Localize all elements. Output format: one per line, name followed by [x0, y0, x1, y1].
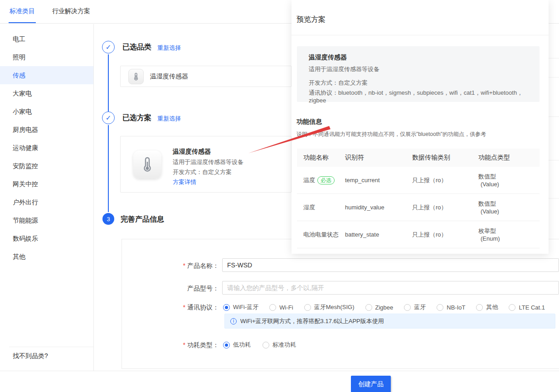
radio-icon [365, 304, 372, 311]
required-asterisk: * [183, 262, 185, 269]
solution-card-dev-mode: 开发方式：自定义方案 [173, 168, 232, 176]
function-dp-type: 枚举型(Enum) [478, 227, 535, 242]
radio-low-power[interactable]: 低功耗 [223, 341, 251, 349]
radio-label: 标准功耗 [272, 341, 296, 349]
thermometer-icon [133, 150, 161, 179]
power-type-label-text: 功耗类型： [187, 341, 219, 348]
product-creation-page: 标准类目 行业解决方案 电工 照明 传感 大家电 小家电 厨房电器 运动健康 安… [0, 0, 559, 392]
background-fragment-line [549, 160, 559, 160]
radio-label: WiFi-蓝牙 [233, 303, 258, 311]
background-fragment-line [549, 198, 559, 198]
required-asterisk: * [183, 341, 185, 348]
header-transfer-type: 数据传输类别 [412, 154, 478, 162]
drawer-divider [292, 35, 549, 35]
function-dp-type: 数值型(Value) [478, 200, 535, 215]
function-name: 温度 [303, 176, 315, 184]
radio-wifi[interactable]: Wi-Fi [269, 304, 293, 311]
radio-label: Zigbee [375, 304, 394, 311]
dp-type-line1: 枚举型 [478, 227, 496, 234]
product-name-input[interactable] [222, 258, 559, 272]
function-identifier: humidity_value [345, 204, 412, 211]
preview-solution-drawer: 预览方案 温湿度传感器 适用于温湿度传感器等设备 开发方式：自定义方案 通讯协议… [292, 0, 549, 254]
radio-wifi-bt[interactable]: WiFi-蓝牙 [223, 303, 258, 311]
product-model-input[interactable] [222, 281, 559, 295]
function-transfer: 只上报（ro） [412, 231, 478, 239]
function-info-title: 功能信息 [297, 118, 322, 126]
radio-other[interactable]: 其他 [476, 303, 498, 311]
protocol-label-text: 通讯协议： [187, 304, 219, 311]
radio-standard-power[interactable]: 标准功耗 [262, 341, 296, 349]
radio-lte-cat1[interactable]: LTE Cat.1 [509, 304, 545, 311]
selected-category-card[interactable]: 温湿度传感器 [120, 66, 292, 87]
function-name: 湿度 [303, 203, 315, 212]
radio-icon [404, 304, 411, 311]
step2-title: 已选方案 [122, 113, 151, 123]
radio-icon [223, 342, 230, 348]
summary-protocols: 通讯协议：bluetooth，nb-iot，sigmesh，subpieces，… [309, 89, 540, 104]
radio-label: 蓝牙 [414, 303, 426, 311]
radio-nbiot[interactable]: NB-IoT [437, 304, 465, 311]
thermometer-icon [128, 69, 144, 84]
function-dp-type: 数值型(Value) [478, 173, 535, 188]
header-function-name: 功能名称 [297, 154, 345, 162]
header-identifier: 识别符 [345, 154, 412, 162]
drawer-title: 预览方案 [297, 15, 326, 24]
step2-circle: ✓ [102, 111, 115, 124]
create-product-button[interactable]: 创建产品 [351, 376, 391, 392]
radio-bt-mesh[interactable]: 蓝牙Mesh(SIG) [304, 303, 355, 311]
background-fragment-line [549, 77, 559, 77]
check-icon: ✓ [106, 114, 112, 122]
radio-label: 蓝牙Mesh(SIG) [314, 303, 355, 311]
solution-card-name: 温湿度传感器 [173, 148, 211, 156]
radio-icon [223, 304, 230, 311]
dp-type-line2: (Enum) [478, 235, 500, 242]
table-row: 电池电量状态 battery_state 只上报（ro） 枚举型(Enum) [297, 221, 540, 248]
radio-zigbee[interactable]: Zigbee [365, 304, 394, 311]
function-table-header: 功能名称 识别符 数据传输类别 功能点类型 [297, 149, 540, 167]
background-fragment-line [549, 116, 559, 117]
radio-icon [476, 304, 483, 311]
product-model-label: 产品型号： [135, 285, 219, 293]
table-row: 湿度 humidity_value 只上报（ro） 数值型(Value) [297, 194, 540, 221]
radio-bluetooth[interactable]: 蓝牙 [404, 303, 426, 311]
radio-label: 低功耗 [233, 341, 251, 349]
step1-title: 已选品类 [122, 43, 151, 52]
function-table: 功能名称 识别符 数据传输类别 功能点类型 温度必选 temp_current … [297, 149, 540, 248]
function-identifier: battery_state [345, 231, 412, 238]
dp-type-line1: 数值型 [478, 173, 496, 180]
category-card-name: 温湿度传感器 [150, 73, 188, 81]
solution-detail-link[interactable]: 方案详情 [173, 178, 196, 186]
step1-circle: ✓ [102, 41, 115, 53]
info-icon: i [230, 318, 237, 324]
product-model-label-text: 产品型号： [187, 285, 219, 292]
radio-label: NB-IoT [447, 304, 465, 311]
background-fragment-line [549, 58, 559, 58]
radio-label: LTE Cat.1 [519, 304, 545, 311]
required-asterisk: * [183, 304, 185, 311]
product-name-label: *产品名称： [135, 262, 219, 270]
step2-reselect-link[interactable]: 重新选择 [157, 115, 181, 123]
step-connector-line [108, 125, 109, 212]
dp-type-line2: (Value) [478, 181, 499, 188]
dp-type-line2: (Value) [478, 208, 499, 215]
function-transfer: 只上报（ro） [412, 176, 478, 184]
radio-icon [262, 342, 269, 348]
check-icon: ✓ [106, 43, 112, 51]
radio-label: Wi-Fi [279, 304, 293, 311]
table-row: 温度必选 temp_current 只上报（ro） 数值型(Value) [297, 167, 540, 194]
footer-bar: 创建产品 [0, 371, 559, 392]
selected-solution-card[interactable]: 温湿度传感器 适用于温湿度传感器等设备 开发方式：自定义方案 方案详情 [120, 136, 292, 193]
radio-icon [437, 304, 443, 311]
protocol-label: *通讯协议： [135, 304, 219, 312]
protocol-tip-text: WiFi+蓝牙联网方式，推荐搭配3.17.6以上APP版本使用 [240, 317, 384, 325]
solution-summary-box: 温湿度传感器 适用于温湿度传感器等设备 开发方式：自定义方案 通讯协议：blue… [297, 46, 540, 102]
function-transfer: 只上报（ro） [412, 203, 478, 212]
product-name-label-text: 产品名称： [187, 262, 219, 269]
power-radio-group: 低功耗 标准功耗 [223, 341, 296, 349]
dp-type-line1: 数值型 [478, 200, 496, 207]
protocol-radio-group: WiFi-蓝牙 Wi-Fi 蓝牙Mesh(SIG) Zigbee 蓝牙 NB-I… [223, 303, 545, 311]
radio-icon [304, 304, 311, 311]
summary-dev-mode: 开发方式：自定义方案 [309, 79, 368, 87]
power-type-label: *功耗类型： [135, 341, 219, 349]
step1-reselect-link[interactable]: 重新选择 [157, 44, 181, 52]
